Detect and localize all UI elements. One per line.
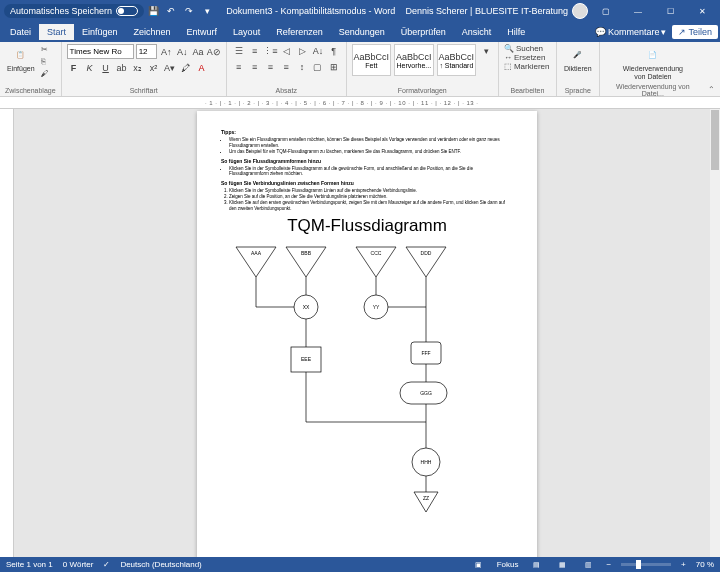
maximize-icon[interactable]: ☐ [656, 0, 684, 22]
font-name-select[interactable]: Times New Ro [67, 44, 134, 59]
close-icon[interactable]: ✕ [688, 0, 716, 22]
document-canvas[interactable]: Tipps: Wenn Sie ein Flussdiagramm erstel… [14, 109, 720, 557]
user-avatar[interactable] [572, 3, 588, 19]
numbering-icon[interactable]: ≡ [248, 44, 262, 58]
ribbon: 📋Einfügen ✂ ⎘ 🖌 Zwischenablage Times New… [0, 42, 720, 97]
tip-item: Wenn Sie ein Flussdiagramm erstellen möc… [229, 137, 513, 149]
scroll-thumb[interactable] [711, 110, 719, 170]
style-standard[interactable]: AaBbCcI↑ Standard [437, 44, 477, 76]
spellcheck-icon[interactable]: ✓ [103, 560, 110, 569]
tab-draw[interactable]: Zeichnen [126, 24, 179, 40]
highlight-icon[interactable]: 🖍 [179, 61, 193, 75]
undo-icon[interactable]: ↶ [164, 4, 178, 18]
tab-layout[interactable]: Layout [225, 24, 268, 40]
workspace: Tipps: Wenn Sie ein Flussdiagramm erstel… [0, 109, 720, 557]
line-spacing-icon[interactable]: ↕ [295, 60, 309, 74]
select-button[interactable]: ⬚ Markieren [504, 62, 551, 71]
strike-icon[interactable]: ab [115, 61, 129, 75]
zoom-in-icon[interactable]: + [681, 560, 686, 569]
web-layout-icon[interactable]: ▥ [580, 559, 596, 571]
align-left-icon[interactable]: ≡ [232, 60, 246, 74]
borders-icon[interactable]: ⊞ [327, 60, 341, 74]
group-font: Times New Ro 12 A↑ A↓ Aa A⊘ F K U ab x₂ … [62, 42, 227, 96]
group-reuse: 📄Wiederverwendung von Dateien Wiederverw… [600, 42, 707, 96]
group-voice: 🎤Diktieren Sprache [557, 42, 600, 96]
show-marks-icon[interactable]: ¶ [327, 44, 341, 58]
status-language[interactable]: Deutsch (Deutschland) [120, 560, 201, 569]
bold-icon[interactable]: F [67, 61, 81, 75]
group-editing: 🔍 Suchen ↔ Ersetzen ⬚ Markieren Bearbeit… [499, 42, 557, 96]
tab-help[interactable]: Hilfe [499, 24, 533, 40]
share-button[interactable]: ↗ Teilen [672, 25, 718, 39]
font-color-icon[interactable]: A [195, 61, 209, 75]
zoom-slider[interactable] [621, 563, 671, 566]
tab-file[interactable]: Datei [2, 24, 39, 40]
align-right-icon[interactable]: ≡ [263, 60, 277, 74]
text-effects-icon[interactable]: A▾ [163, 61, 177, 75]
style-fett[interactable]: AaBbCcIFett [352, 44, 392, 76]
styles-more-icon[interactable]: ▾ [479, 44, 493, 58]
tab-insert[interactable]: Einfügen [74, 24, 126, 40]
tip-item: Klicken Sie auf den ersten gewünschten V… [229, 200, 513, 212]
format-painter-icon[interactable]: 🖌 [40, 68, 50, 79]
status-page[interactable]: Seite 1 von 1 [6, 560, 53, 569]
dictate-button[interactable]: 🎤Diktieren [562, 44, 594, 75]
tips-heading: Tipps: [221, 129, 513, 135]
qat-dropdown-icon[interactable]: ▾ [200, 4, 214, 18]
font-size-select[interactable]: 12 [136, 44, 158, 59]
status-focus[interactable]: Fokus [497, 560, 519, 569]
autosave-toggle[interactable]: Automatisches Speichern [4, 4, 144, 18]
horizontal-ruler[interactable]: · 1 · | · 1 · | · 2 · | · 3 · | · 4 · | … [0, 97, 720, 109]
shape-zz: ZZ [423, 495, 429, 501]
paste-icon: 📋 [12, 46, 30, 64]
print-layout-icon[interactable]: ▦ [554, 559, 570, 571]
sort-icon[interactable]: A↓ [311, 44, 325, 58]
save-icon[interactable]: 💾 [146, 4, 160, 18]
focus-mode-icon[interactable]: ▣ [471, 559, 487, 571]
vertical-scrollbar[interactable] [710, 109, 720, 557]
status-words[interactable]: 0 Wörter [63, 560, 94, 569]
cut-icon[interactable]: ✂ [40, 44, 50, 55]
indent-icon[interactable]: ▷ [295, 44, 309, 58]
zoom-out-icon[interactable]: − [606, 560, 611, 569]
tab-home[interactable]: Start [39, 24, 74, 40]
justify-icon[interactable]: ≡ [279, 60, 293, 74]
style-hervorhe[interactable]: AaBbCcIHervorhe... [394, 44, 434, 76]
vertical-ruler[interactable] [0, 109, 14, 557]
user-name: Dennis Scherer | BLUESITE IT-Beratung [406, 6, 568, 16]
copy-icon[interactable]: ⎘ [40, 56, 50, 67]
minimize-icon[interactable]: — [624, 0, 652, 22]
change-case-icon[interactable]: Aa [191, 45, 205, 59]
clear-format-icon[interactable]: A⊘ [207, 45, 221, 59]
subscript-icon[interactable]: x₂ [131, 61, 145, 75]
find-button[interactable]: 🔍 Suchen [504, 44, 551, 53]
tab-review[interactable]: Überprüfen [393, 24, 454, 40]
shape-ccc: CCC [371, 250, 382, 256]
outdent-icon[interactable]: ◁ [279, 44, 293, 58]
underline-icon[interactable]: U [99, 61, 113, 75]
flowchart-diagram: AAA BBB CCC DDD XX YY EEE FFF GGG HHH ZZ [221, 242, 513, 552]
read-mode-icon[interactable]: ▤ [528, 559, 544, 571]
superscript-icon[interactable]: x² [147, 61, 161, 75]
replace-button[interactable]: ↔ Ersetzen [504, 53, 551, 62]
tab-mailings[interactable]: Sendungen [331, 24, 393, 40]
comments-button[interactable]: 💬 Kommentare ▾ [589, 25, 673, 39]
grow-font-icon[interactable]: A↑ [159, 45, 173, 59]
group-font-label: Schriftart [67, 87, 221, 94]
ribbon-options-icon[interactable]: ▢ [592, 0, 620, 22]
collapse-ribbon-icon[interactable]: ⌃ [706, 83, 720, 96]
reuse-files-button[interactable]: 📄Wiederverwendung von Dateien [605, 44, 702, 82]
zoom-level[interactable]: 70 % [696, 560, 714, 569]
align-center-icon[interactable]: ≡ [248, 60, 262, 74]
shading-icon[interactable]: ▢ [311, 60, 325, 74]
shrink-font-icon[interactable]: A↓ [175, 45, 189, 59]
tab-view[interactable]: Ansicht [454, 24, 500, 40]
tab-design[interactable]: Entwurf [179, 24, 226, 40]
tab-references[interactable]: Referenzen [268, 24, 331, 40]
paste-button[interactable]: 📋Einfügen [5, 44, 37, 75]
shape-yy: YY [373, 304, 380, 310]
redo-icon[interactable]: ↷ [182, 4, 196, 18]
italic-icon[interactable]: K [83, 61, 97, 75]
bullets-icon[interactable]: ☰ [232, 44, 246, 58]
multilevel-icon[interactable]: ⋮≡ [263, 44, 277, 58]
